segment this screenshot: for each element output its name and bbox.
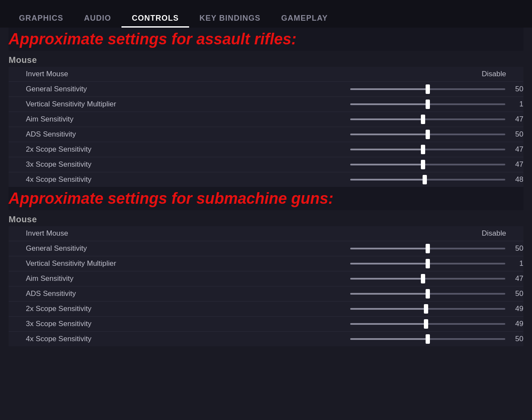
setting-control-0-6[interactable]: 47 [172, 160, 523, 169]
setting-control-0-2[interactable]: 1 [172, 100, 523, 109]
slider-thumb-1-1[interactable] [426, 244, 430, 253]
setting-row-1-7: 4x Scope Sensitivity50 [9, 332, 523, 346]
slider-thumb-0-1[interactable] [426, 84, 430, 94]
setting-row-1-3: Aim Sensitivity47 [9, 271, 523, 286]
slider-container-0-1[interactable]: 50 [350, 85, 523, 93]
slider-thumb-0-3[interactable] [421, 115, 425, 124]
slider-thumb-0-7[interactable] [423, 175, 427, 184]
slider-thumb-1-2[interactable] [426, 259, 430, 268]
slider-value-1-5: 49 [510, 305, 523, 313]
slider-fill-1-3 [350, 278, 423, 280]
setting-row-1-4: ADS Sensitivity50 [9, 286, 523, 302]
setting-control-0-4[interactable]: 50 [172, 130, 523, 139]
setting-control-1-6[interactable]: 49 [172, 320, 523, 328]
nav-tab-graphics[interactable]: GRAPHICS [9, 10, 74, 28]
setting-row-0-7: 4x Scope Sensitivity48 [9, 172, 523, 187]
slider-value-1-3: 47 [510, 274, 523, 283]
setting-control-1-0[interactable]: Disable [172, 229, 523, 238]
setting-row-1-2: Vertical Sensitivity Multiplier1 [9, 256, 523, 271]
slider-track-0-5[interactable] [350, 149, 505, 150]
setting-name-0-0: Invert Mouse [26, 70, 172, 78]
slider-thumb-1-5[interactable] [424, 304, 428, 314]
slider-value-1-2: 1 [510, 259, 523, 268]
setting-name-0-7: 4x Scope Sensitivity [26, 175, 172, 184]
slider-track-0-3[interactable] [350, 118, 505, 120]
setting-control-1-7[interactable]: 50 [172, 335, 523, 343]
slider-value-1-1: 50 [510, 244, 523, 253]
slider-track-1-7[interactable] [350, 338, 505, 340]
setting-control-0-0[interactable]: Disable [172, 70, 523, 78]
slider-track-0-6[interactable] [350, 164, 505, 165]
slider-thumb-1-4[interactable] [426, 289, 430, 299]
slider-thumb-0-6[interactable] [421, 160, 425, 169]
mouse-label-1: Mouse [9, 210, 523, 226]
slider-container-0-4[interactable]: 50 [350, 130, 523, 139]
annotation-text-0: Approximate settings for assault rifles: [9, 30, 296, 48]
slider-thumb-0-2[interactable] [426, 100, 430, 109]
setting-control-0-1[interactable]: 50 [172, 85, 523, 93]
nav-tab-key-bindings[interactable]: KEY BINDINGS [189, 10, 271, 28]
slider-container-0-3[interactable]: 47 [350, 115, 523, 124]
slider-thumb-1-3[interactable] [421, 274, 425, 283]
slider-track-0-7[interactable] [350, 179, 505, 180]
slider-container-1-3[interactable]: 47 [350, 274, 523, 283]
annotation-0: Approximate settings for assault rifles: [9, 28, 523, 51]
slider-track-1-2[interactable] [350, 263, 505, 264]
setting-control-1-2[interactable]: 1 [172, 259, 523, 268]
setting-name-0-1: General Sensitivity [26, 85, 172, 93]
setting-control-1-4[interactable]: 50 [172, 289, 523, 298]
setting-name-1-5: 2x Scope Sensitivity [26, 305, 172, 313]
setting-control-0-3[interactable]: 47 [172, 115, 523, 124]
slider-track-0-2[interactable] [350, 103, 505, 105]
slider-container-1-2[interactable]: 1 [350, 259, 523, 268]
slider-container-1-5[interactable]: 49 [350, 305, 523, 313]
toggle-value-0-0[interactable]: Disable [482, 70, 506, 78]
slider-container-0-5[interactable]: 47 [350, 145, 523, 154]
slider-fill-1-4 [350, 293, 428, 295]
slider-value-0-7: 48 [510, 175, 523, 184]
setting-row-0-0: Invert MouseDisable [9, 67, 523, 82]
slider-container-1-4[interactable]: 50 [350, 289, 523, 298]
mouse-label-0: Mouse [9, 51, 523, 67]
nav-tab-controls[interactable]: CONTROLS [121, 10, 189, 28]
slider-container-1-7[interactable]: 50 [350, 335, 523, 343]
slider-container-1-1[interactable]: 50 [350, 244, 523, 253]
nav-tab-gameplay[interactable]: GAMEPLAY [271, 10, 338, 28]
slider-container-1-6[interactable]: 49 [350, 320, 523, 328]
settings-block-1: Invert MouseDisableGeneral Sensitivity50… [9, 226, 523, 346]
setting-row-0-4: ADS Sensitivity50 [9, 127, 523, 142]
slider-container-0-6[interactable]: 47 [350, 160, 523, 169]
annotation-1: Approximate settings for submachine guns… [9, 187, 523, 210]
slider-container-0-2[interactable]: 1 [350, 100, 523, 109]
slider-thumb-0-5[interactable] [421, 145, 425, 154]
setting-name-1-0: Invert Mouse [26, 229, 172, 238]
setting-name-1-4: ADS Sensitivity [26, 289, 172, 298]
slider-fill-0-7 [350, 179, 425, 180]
slider-track-1-3[interactable] [350, 278, 505, 280]
content: Approximate settings for assault rifles:… [0, 28, 532, 346]
slider-value-0-1: 50 [510, 85, 523, 93]
setting-name-1-6: 3x Scope Sensitivity [26, 320, 172, 328]
setting-row-0-2: Vertical Sensitivity Multiplier1 [9, 97, 523, 112]
slider-track-1-4[interactable] [350, 293, 505, 295]
slider-track-0-1[interactable] [350, 88, 505, 90]
slider-track-1-1[interactable] [350, 248, 505, 249]
slider-thumb-0-4[interactable] [426, 130, 430, 139]
slider-value-1-4: 50 [510, 289, 523, 298]
slider-thumb-1-7[interactable] [426, 334, 430, 344]
nav-tab-audio[interactable]: AUDIO [74, 10, 121, 28]
slider-track-0-4[interactable] [350, 134, 505, 135]
slider-thumb-1-6[interactable] [424, 319, 428, 329]
toggle-value-1-0[interactable]: Disable [482, 229, 506, 238]
setting-control-0-7[interactable]: 48 [172, 175, 523, 184]
setting-row-0-6: 3x Scope Sensitivity47 [9, 157, 523, 172]
setting-control-1-1[interactable]: 50 [172, 244, 523, 253]
setting-name-1-7: 4x Scope Sensitivity [26, 335, 172, 343]
slider-container-0-7[interactable]: 48 [350, 175, 523, 184]
setting-control-1-5[interactable]: 49 [172, 305, 523, 313]
slider-track-1-6[interactable] [350, 323, 505, 325]
setting-control-0-5[interactable]: 47 [172, 145, 523, 154]
setting-control-1-3[interactable]: 47 [172, 274, 523, 283]
slider-track-1-5[interactable] [350, 308, 505, 310]
slider-value-1-7: 50 [510, 335, 523, 343]
